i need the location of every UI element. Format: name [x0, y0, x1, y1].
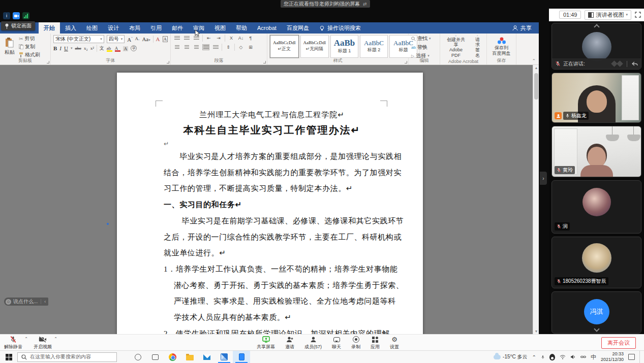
request-signature-button[interactable]: 请求签名 — [471, 35, 484, 58]
paste-button[interactable]: 粘贴 — [3, 35, 17, 58]
cortana-button[interactable] — [129, 351, 146, 363]
ime-indicator[interactable]: 中 — [591, 353, 596, 361]
styles-dialog-launcher[interactable] — [405, 61, 407, 63]
task-view-button[interactable] — [146, 351, 164, 363]
ribbon-tab[interactable]: 帮助 — [231, 22, 252, 34]
bold-button[interactable]: B — [53, 45, 57, 51]
qq-icon[interactable] — [549, 354, 555, 360]
swap-view-icon[interactable]: ⇄ — [363, 2, 367, 7]
speaker-icon[interactable] — [570, 354, 576, 359]
link-icon[interactable] — [580, 354, 586, 359]
video-options-caret[interactable]: ⌃ — [54, 337, 57, 341]
scrollbar-thumb[interactable] — [534, 73, 538, 100]
chevron-down-icon[interactable] — [594, 326, 599, 332]
tencent-meeting-button[interactable] — [233, 351, 250, 363]
style-card[interactable]: AaBbCcDdl ↵无间隔 — [300, 35, 329, 58]
sidebar-collapse-handle[interactable]: › — [540, 172, 547, 185]
emoji-icon[interactable]: ☺ — [6, 299, 11, 305]
chat-placeholder[interactable]: 说点什么... — [13, 298, 38, 305]
ribbon-tab[interactable]: Acrobat — [252, 22, 282, 34]
speaker-tile[interactable]: 正在讲话: — [551, 23, 641, 70]
chat-button[interactable]: 聊天 — [332, 336, 341, 350]
quick-chat-bubble[interactable]: ☺ 说点什么... ‹ — [4, 298, 48, 306]
font-size-select[interactable]: 四号▾ — [107, 35, 125, 43]
ribbon-tab[interactable]: 绘图 — [81, 22, 103, 34]
start-button[interactable] — [0, 351, 17, 363]
decrease-indent-icon[interactable]: ⇤ — [205, 35, 212, 41]
participant-avatar-tile[interactable]: 润 — [551, 180, 641, 234]
invite-button[interactable]: 邀请 — [285, 336, 294, 350]
grow-font-button[interactable]: Aˆ — [127, 36, 132, 43]
chevron-up-icon[interactable] — [594, 24, 599, 29]
reply-arrow-icon[interactable] — [632, 61, 638, 67]
copy-button[interactable]: 复制 — [19, 43, 40, 50]
numbering-icon[interactable] — [183, 35, 190, 41]
shrink-font-button[interactable]: Aˇ — [135, 36, 140, 43]
clear-format-button[interactable]: A — [156, 36, 160, 42]
align-left-icon[interactable] — [173, 44, 180, 50]
phonetic-guide-button[interactable]: 文 — [100, 45, 104, 52]
tray-overflow-chevron[interactable]: ⌃ — [532, 354, 536, 360]
align-center-icon[interactable] — [183, 44, 190, 50]
document-page[interactable]: 兰州理工大学电气工程与信息工程学院↵ 本科生自主毕业实习工作管理办法↵ ↵ 毕业… — [117, 73, 423, 334]
create-pdf-button[interactable]: 创建并共享Adobe PDF — [443, 35, 469, 58]
replace-button[interactable]: ab替换 — [411, 44, 431, 51]
ribbon-tab[interactable]: 百度网盘 — [282, 22, 314, 34]
subscript-button[interactable]: x₂ — [84, 46, 88, 51]
distribute-icon[interactable] — [212, 44, 219, 50]
participant-video-tile[interactable]: 杨鑫龙 — [551, 73, 641, 123]
justify-icon[interactable] — [202, 44, 209, 50]
superscript-button[interactable]: x² — [90, 46, 94, 51]
tray-mic-icon[interactable] — [541, 354, 545, 360]
change-case-button[interactable]: Aa▾ — [142, 36, 150, 42]
mail-button[interactable] — [198, 351, 216, 363]
align-right-icon[interactable] — [193, 44, 200, 50]
collapse-ribbon-button[interactable]: ⌃ — [532, 58, 536, 63]
unmute-button[interactable]: ⌃ 解除静音 — [4, 336, 22, 350]
ribbon-tab[interactable]: 开始 — [39, 22, 60, 34]
document-canvas[interactable]: 兰州理工大学电气工程与信息工程学院↵ 本科生自主毕业实习工作管理办法↵ ↵ 毕业… — [0, 65, 539, 334]
bullets-icon[interactable] — [173, 35, 180, 41]
character-border-button[interactable]: A — [163, 36, 168, 42]
chat-collapse-icon[interactable]: ‹ — [44, 299, 47, 304]
ribbon-tab[interactable]: 视图 — [209, 22, 231, 34]
unmute-options-caret[interactable]: ⌃ — [24, 337, 28, 341]
borders-icon[interactable]: ⊞ — [247, 44, 254, 50]
enclose-characters-button[interactable]: 字 — [131, 45, 137, 51]
ribbon-tab[interactable]: 布局 — [124, 22, 145, 34]
chrome-taskbar-button[interactable] — [164, 351, 181, 363]
style-card[interactable]: AaBbCcDdl ↵正文 — [270, 35, 299, 58]
save-baidu-button[interactable]: 保存到百度网盘 — [490, 35, 513, 58]
participant-initials-tile[interactable]: 冯淇 — [551, 291, 641, 334]
lock-screen-chip[interactable]: 锁定画面 — [1, 21, 35, 30]
style-card[interactable]: AaBb 标题 1 — [330, 35, 358, 58]
clipboard-dialog-launcher[interactable] — [47, 61, 49, 63]
underline-button[interactable]: U — [64, 45, 68, 51]
network-quality-icon[interactable] — [22, 12, 29, 19]
tencent-docs-button[interactable] — [216, 351, 233, 363]
start-video-button[interactable]: ⌃ 开启视频 — [34, 336, 52, 350]
paragraph-dialog-launcher[interactable] — [263, 61, 266, 63]
find-button[interactable]: 查找▾ — [411, 35, 431, 42]
ribbon-tab[interactable]: 邮件 — [167, 22, 188, 34]
italic-button[interactable]: I — [59, 45, 62, 51]
participant-video-tile[interactable]: 黄玲 — [551, 126, 641, 177]
wifi-icon[interactable] — [560, 354, 566, 359]
weather-widget[interactable]: -15°C 多云 — [494, 353, 527, 360]
document-scrollbar[interactable]: ▲ ▼ — [533, 65, 539, 334]
view-mode-dropdown[interactable]: 演讲者视图 ▾ — [585, 10, 631, 20]
character-shading-button[interactable]: A — [123, 46, 129, 51]
share-screen-button[interactable]: 共享屏幕 — [257, 336, 275, 350]
taskbar-clock[interactable]: 20:33 2021/12/30 — [601, 351, 624, 362]
taskbar-search[interactable]: 在这里输入你要搜索的内容 — [17, 352, 117, 362]
cut-button[interactable]: ✂剪切 — [19, 35, 40, 42]
record-button[interactable]: 录制 — [351, 336, 360, 350]
settings-button[interactable]: ⚙ 设置 — [390, 336, 399, 350]
doc-status-icon[interactable]: i — [3, 12, 10, 19]
ribbon-tab[interactable]: 引用 — [145, 22, 167, 34]
style-card[interactable]: AaBbC 标题 2 — [360, 35, 388, 58]
ribbon-tab[interactable]: 设计 — [103, 22, 124, 34]
fullscreen-icon[interactable] — [635, 12, 641, 18]
asian-layout-icon[interactable]: X — [228, 35, 235, 41]
action-center-icon[interactable] — [628, 354, 635, 360]
